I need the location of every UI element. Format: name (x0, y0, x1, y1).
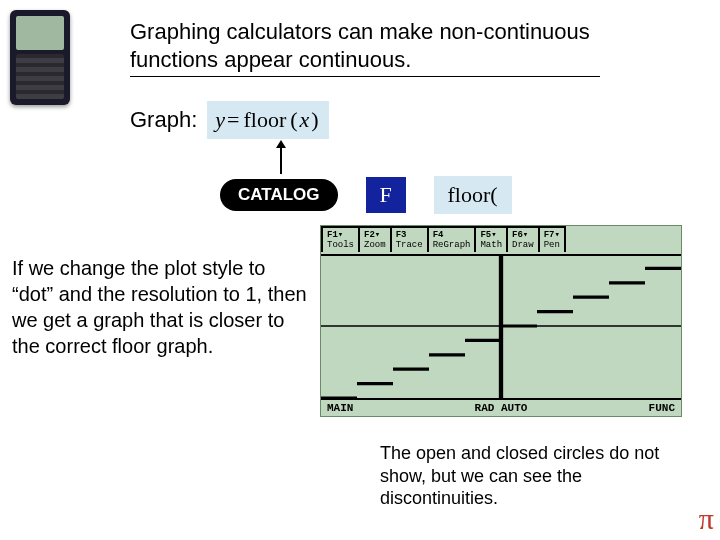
button-row: CATALOG F floor( (220, 176, 512, 214)
status-left: MAIN (327, 402, 353, 414)
menu-tab[interactable]: F6▾Draw (506, 226, 540, 252)
calculator-photo (10, 10, 70, 105)
explanation-text: If we change the plot style to “dot” and… (12, 255, 312, 359)
eq-open: ( (290, 107, 297, 133)
status-right: FUNC (649, 402, 675, 414)
eq-arg: x (300, 107, 310, 133)
caption-text: The open and closed circles do not show,… (380, 442, 700, 510)
menu-tab[interactable]: F5▾Math (474, 226, 508, 252)
equation-box: y = floor ( x ) (207, 101, 328, 139)
menu-tab[interactable]: F3Trace (390, 226, 429, 252)
catalog-button[interactable]: CATALOG (220, 179, 338, 211)
svg-marker-1 (276, 140, 286, 148)
calculator-screen: F1▾ToolsF2▾ZoomF3TraceF4ReGraphF5▾MathF6… (320, 225, 682, 417)
screen-plot (321, 254, 681, 398)
arrow-icon (274, 140, 288, 174)
headline-underline (130, 76, 600, 77)
menu-tab[interactable]: F4ReGraph (427, 226, 477, 252)
screen-menu: F1▾ToolsF2▾ZoomF3TraceF4ReGraphF5▾MathF6… (321, 226, 681, 256)
floor-entry[interactable]: floor( (434, 176, 512, 214)
eq-close: ) (311, 107, 318, 133)
eq-equals: = (227, 107, 239, 133)
headline-text: Graphing calculators can make non-contin… (130, 18, 680, 73)
menu-tab[interactable]: F1▾Tools (321, 226, 360, 252)
status-mid: RAD AUTO (475, 402, 528, 414)
screen-status-bar: MAIN RAD AUTO FUNC (321, 398, 681, 416)
eq-lhs: y (215, 107, 225, 133)
menu-tab[interactable]: F2▾Zoom (358, 226, 392, 252)
graph-label: Graph: (130, 107, 197, 133)
f-key-button[interactable]: F (366, 177, 406, 213)
graph-row: Graph: y = floor ( x ) (130, 100, 329, 140)
menu-tab[interactable]: F7▾Pen (538, 226, 566, 252)
pi-symbol: π (699, 502, 714, 536)
eq-fn: floor (243, 107, 286, 133)
